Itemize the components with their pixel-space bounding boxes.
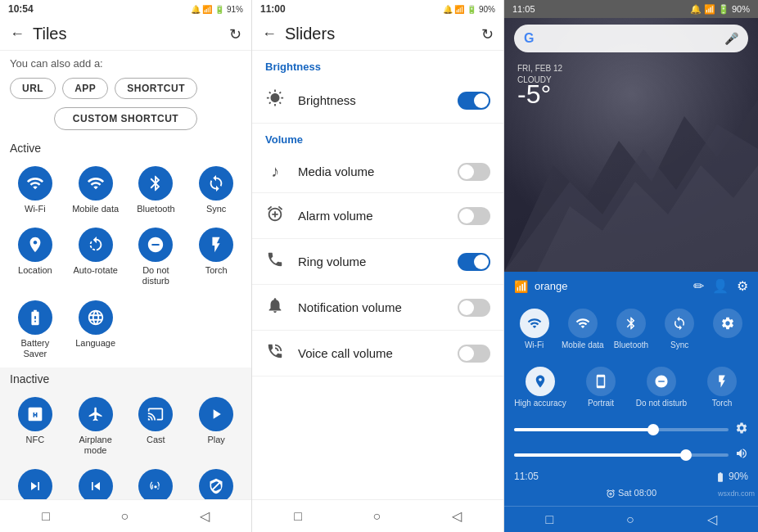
vpn-icon (199, 469, 233, 499)
language-label: Language (75, 338, 115, 349)
nav-back-2[interactable]: ◁ (452, 508, 462, 524)
quick-tile-torch[interactable]: Torch (693, 362, 751, 413)
tile-previous[interactable]: Previous (67, 464, 124, 499)
quick-tile-location[interactable]: High accuracy (511, 362, 570, 413)
inactive-tiles-grid: NFC Airplane mode Cast (0, 389, 251, 499)
tile-vpn[interactable]: VPN (187, 464, 245, 499)
tile-nfc[interactable]: NFC (7, 392, 64, 461)
nav-circle-3[interactable]: ○ (626, 512, 634, 527)
brightness-row: Brightness (252, 78, 503, 124)
brightness-toggle[interactable] (458, 92, 490, 110)
notification-volume-toggle[interactable] (458, 299, 490, 317)
brightness-slider-track[interactable] (514, 428, 729, 431)
tile-wifi[interactable]: Wi-Fi (7, 161, 64, 219)
notif-time-row: 11:05 90% (504, 467, 758, 486)
status-bar-1: 10:54 🔔 📶 🔋 91% (0, 0, 251, 18)
tile-auto-rotate[interactable]: Auto-rotate (67, 223, 124, 291)
nav-back-3[interactable]: ◁ (707, 512, 717, 527)
quick-portrait-label: Portrait (588, 399, 614, 408)
tile-next[interactable]: Next (7, 464, 64, 499)
settings-icon[interactable]: ⚙ (737, 278, 748, 294)
volume-slider-track[interactable] (514, 453, 729, 457)
tile-location[interactable]: Location (7, 223, 64, 291)
tile-torch[interactable]: Torch (187, 223, 245, 291)
voice-call-volume-label: Voice call volume (298, 346, 444, 360)
shortcut-button[interactable]: SHORTCUT (115, 78, 197, 99)
add-hint: You can also add a: (0, 51, 251, 74)
google-search-bar[interactable]: G 🎤 (514, 25, 748, 52)
tile-hotspot[interactable]: Hotspot (128, 464, 185, 499)
person-icon[interactable]: 👤 (712, 278, 729, 294)
ring-volume-toggle[interactable] (458, 253, 490, 271)
media-volume-icon: ♪ (265, 162, 285, 181)
voice-call-volume-row: Voice call volume (252, 331, 503, 376)
time-1: 10:54 (8, 3, 34, 15)
notification-volume-row: Notification volume (252, 285, 503, 331)
history-icon[interactable]: ↻ (229, 25, 241, 43)
notif-header: 📶 orange ✏ 👤 ⚙ (504, 272, 758, 300)
tile-airplane[interactable]: Airplane mode (67, 392, 124, 461)
volume-slider-icon (735, 447, 748, 462)
nav-square-2[interactable]: □ (294, 509, 302, 524)
quick-tile-settings[interactable] (705, 304, 751, 355)
tile-language[interactable]: Language (67, 295, 124, 364)
quick-mobile-label: Mobile data (562, 340, 604, 350)
dnd-icon (138, 228, 173, 262)
media-volume-row: ♪ Media volume (252, 151, 503, 193)
tile-play[interactable]: Play (187, 392, 245, 461)
voice-call-volume-toggle[interactable] (458, 345, 490, 363)
active-tiles-grid: Wi-Fi Mobile data Bluetooth (0, 158, 251, 367)
nav-bar-3: □ ○ ◁ (504, 506, 758, 532)
tile-bluetooth[interactable]: Bluetooth (128, 161, 185, 219)
brightness-icon (265, 89, 285, 111)
custom-shortcut-button[interactable]: CUSTOM SHORTCUT (54, 107, 197, 130)
sliders-back-button[interactable]: ← (262, 25, 277, 43)
media-volume-toggle[interactable] (458, 163, 490, 181)
battery-percent: 90% (729, 471, 748, 482)
tile-sync[interactable]: Sync (187, 161, 245, 219)
status-icons-3: 🔔 📶 🔋 90% (690, 4, 750, 15)
nav-bar-1: □ ○ ◁ (0, 499, 251, 532)
app-button[interactable]: APP (62, 78, 108, 99)
battery-pct-top: 90% (732, 4, 750, 14)
sync-icon (199, 166, 233, 201)
mic-icon[interactable]: 🎤 (724, 32, 738, 45)
nav-circle-1[interactable]: ○ (120, 509, 129, 524)
quick-bluetooth-icon (616, 309, 646, 338)
quick-tile-wifi[interactable]: Wi-Fi (511, 304, 557, 355)
carrier-signal-icon: 📶 (514, 280, 528, 293)
nav-circle-2[interactable]: ○ (372, 509, 381, 524)
quick-tile-sync[interactable]: Sync (656, 304, 703, 355)
media-volume-label: Media volume (298, 165, 444, 178)
mobile-data-icon (79, 166, 113, 201)
sliders-history-icon[interactable]: ↻ (481, 25, 494, 43)
volume-slider-row (504, 442, 758, 467)
quick-tile-dnd[interactable]: Do not disturb (632, 362, 691, 413)
quick-wifi-label: Wi-Fi (525, 340, 544, 350)
edit-icon[interactable]: ✏ (693, 278, 704, 294)
alarm-volume-toggle[interactable] (458, 207, 490, 225)
quick-portrait-icon (586, 367, 616, 396)
nav-square-1[interactable]: □ (42, 509, 50, 524)
quick-tile-portrait[interactable]: Portrait (571, 362, 630, 413)
notif-header-actions: ✏ 👤 ⚙ (693, 278, 748, 294)
tiles-title: Tiles (33, 25, 221, 43)
next-icon (18, 469, 52, 499)
tile-battery-saver[interactable]: Battery Saver (7, 295, 64, 364)
quick-dnd-label: Do not disturb (636, 399, 687, 408)
nav-back-1[interactable]: ◁ (200, 508, 210, 524)
tile-mobile-data[interactable]: Mobile data (67, 161, 124, 219)
sliders-header: ← Sliders ↻ (252, 18, 503, 51)
quick-tile-bluetooth[interactable]: Bluetooth (607, 304, 654, 355)
previous-icon (79, 469, 113, 499)
quick-location-label: High accuracy (514, 399, 566, 408)
time-3: 11:05 (512, 4, 535, 14)
nav-square-3[interactable]: □ (545, 512, 553, 527)
play-icon (199, 397, 233, 431)
back-button[interactable]: ← (10, 25, 25, 43)
url-button[interactable]: URL (10, 78, 56, 99)
quick-tile-mobile[interactable]: Mobile data (559, 304, 606, 355)
cast-icon (138, 397, 173, 431)
tile-cast[interactable]: Cast (128, 392, 185, 461)
tile-dnd[interactable]: Do not disturb (128, 223, 185, 291)
